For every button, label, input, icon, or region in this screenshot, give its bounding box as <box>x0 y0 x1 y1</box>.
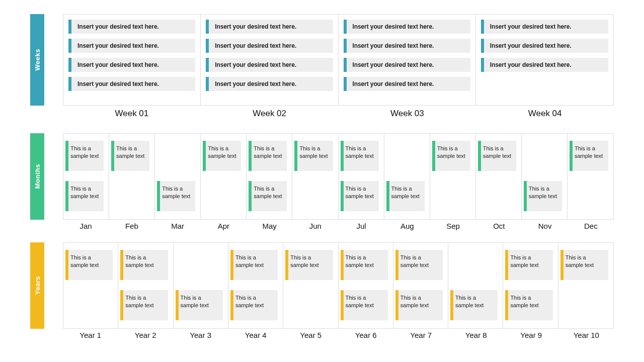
timeline-card: This is a sample text <box>505 250 552 280</box>
months-column: This is a sample text <box>384 134 430 219</box>
month-column-label: Feb <box>109 222 154 230</box>
month-column-label: Mar <box>155 222 201 230</box>
row-label-years-text: Years <box>34 276 41 295</box>
timeline-card: This is a sample text <box>230 290 278 320</box>
timeline-card: This is a sample text <box>432 141 470 171</box>
week-item: Insert your desired text here. <box>344 77 470 91</box>
year-column-label: Year 8 <box>449 331 504 339</box>
months-column: This is a sample text <box>476 134 522 219</box>
week-item: Insert your desired text here. <box>481 20 608 34</box>
years-column: This is a sample textThis is a sample te… <box>503 243 558 328</box>
week-item: Insert your desired text here. <box>481 58 608 72</box>
month-column-label: Sep <box>430 222 476 230</box>
week-column-label: Week 04 <box>476 109 614 119</box>
month-column-label: Apr <box>201 222 247 230</box>
month-column-label: Oct <box>476 222 522 230</box>
timeline-card: This is a sample text <box>157 181 195 211</box>
timeline-card: This is a sample text <box>120 250 168 280</box>
timeline-card: This is a sample text <box>395 290 443 320</box>
weeks-labels: Week 01Week 02Week 03Week 04 <box>63 109 614 119</box>
timeline-card: This is a sample text <box>395 250 443 280</box>
timeline-card: This is a sample text <box>341 141 379 171</box>
week-item: Insert your desired text here. <box>344 58 470 72</box>
row-label-years: Years <box>30 242 44 329</box>
months-column: This is a sample text <box>201 134 247 219</box>
years-column: This is a sample textThis is a sample te… <box>228 243 283 328</box>
months-column: This is a sample text <box>109 134 155 219</box>
week-item: Insert your desired text here. <box>206 58 333 72</box>
timeline-card: This is a sample text <box>570 141 608 171</box>
months-column: This is a sample textThis is a sample te… <box>247 134 292 219</box>
month-column-label: Dec <box>568 222 614 230</box>
timeline-card: This is a sample text <box>505 290 552 320</box>
weeks-column: Insert your desired text here.Insert you… <box>201 15 338 105</box>
timeline-card: This is a sample text <box>341 290 388 320</box>
week-item: Insert your desired text here. <box>68 39 195 53</box>
year-column-label: Year 3 <box>173 331 228 339</box>
timeline-card: This is a sample text <box>230 250 278 280</box>
months-column: This is a sample text <box>292 134 338 219</box>
months-labels: JanFebMarAprMayJunJulAugSepOctNovDec <box>63 222 614 230</box>
years-column: This is a sample textThis is a sample te… <box>118 243 173 328</box>
timeline-diagram: Weeks Months Years Insert your desired t… <box>0 0 644 362</box>
years-column: This is a sample text <box>283 243 338 328</box>
week-item: Insert your desired text here. <box>344 39 470 53</box>
weeks-column: Insert your desired text here.Insert you… <box>339 15 476 105</box>
week-column-label: Week 01 <box>63 109 201 119</box>
years-labels: Year 1Year 2Year 3Year 4Year 5Year 6Year… <box>63 331 614 339</box>
years-grid: This is a sample textThis is a sample te… <box>63 242 614 329</box>
timeline-card: This is a sample text <box>294 141 333 171</box>
timeline-card: This is a sample text <box>560 250 608 280</box>
year-column-label: Year 4 <box>228 331 284 339</box>
week-item: Insert your desired text here. <box>206 20 333 34</box>
timeline-card: This is a sample text <box>111 141 149 171</box>
timeline-card: This is a sample text <box>120 290 168 320</box>
weeks-column: Insert your desired text here.Insert you… <box>476 15 613 105</box>
year-column-label: Year 10 <box>559 331 614 339</box>
month-column-label: May <box>247 222 292 230</box>
timeline-card: This is a sample text <box>65 181 104 211</box>
month-column-label: Jan <box>63 222 109 230</box>
timeline-card: This is a sample text <box>249 181 287 211</box>
week-column-label: Week 02 <box>201 109 339 119</box>
years-column: This is a sample text <box>558 243 613 328</box>
year-column-label: Year 1 <box>63 331 118 339</box>
week-item: Insert your desired text here. <box>344 20 470 34</box>
week-item: Insert your desired text here. <box>68 58 195 72</box>
months-column: This is a sample text <box>430 134 476 219</box>
timeline-card: This is a sample text <box>285 250 333 280</box>
timeline-card: This is a sample text <box>176 290 223 320</box>
week-item: Insert your desired text here. <box>481 39 608 53</box>
timeline-card: This is a sample text <box>341 250 388 280</box>
timeline-card: This is a sample text <box>478 141 516 171</box>
week-item: Insert your desired text here. <box>206 39 333 53</box>
months-column: This is a sample textThis is a sample te… <box>339 134 384 219</box>
timeline-card: This is a sample text <box>524 181 562 211</box>
years-column: This is a sample text <box>63 243 118 328</box>
row-label-weeks-text: Weeks <box>34 49 41 70</box>
timeline-card: This is a sample text <box>341 181 379 211</box>
month-column-label: Aug <box>384 222 430 230</box>
months-grid: This is a sample textThis is a sample te… <box>63 133 614 220</box>
week-item: Insert your desired text here. <box>68 20 195 34</box>
years-column: This is a sample text <box>448 243 503 328</box>
year-column-label: Year 2 <box>118 331 174 339</box>
month-column-label: Nov <box>522 222 568 230</box>
row-label-months-text: Months <box>34 164 41 189</box>
timeline-card: This is a sample text <box>386 181 425 211</box>
years-column: This is a sample textThis is a sample te… <box>339 243 393 328</box>
week-item: Insert your desired text here. <box>68 77 195 91</box>
years-column: This is a sample textThis is a sample te… <box>393 243 448 328</box>
month-column-label: Jun <box>292 222 338 230</box>
year-column-label: Year 5 <box>283 331 339 339</box>
months-column: This is a sample text <box>522 134 568 219</box>
year-column-label: Year 7 <box>393 331 449 339</box>
year-column-label: Year 6 <box>339 331 394 339</box>
timeline-card: This is a sample text <box>203 141 241 171</box>
weeks-column: Insert your desired text here.Insert you… <box>63 15 201 105</box>
week-item: Insert your desired text here. <box>206 77 333 91</box>
months-column: This is a sample textThis is a sample te… <box>63 134 109 219</box>
timeline-card: This is a sample text <box>65 250 113 280</box>
timeline-card: This is a sample text <box>65 141 104 171</box>
year-column-label: Year 9 <box>504 331 559 339</box>
